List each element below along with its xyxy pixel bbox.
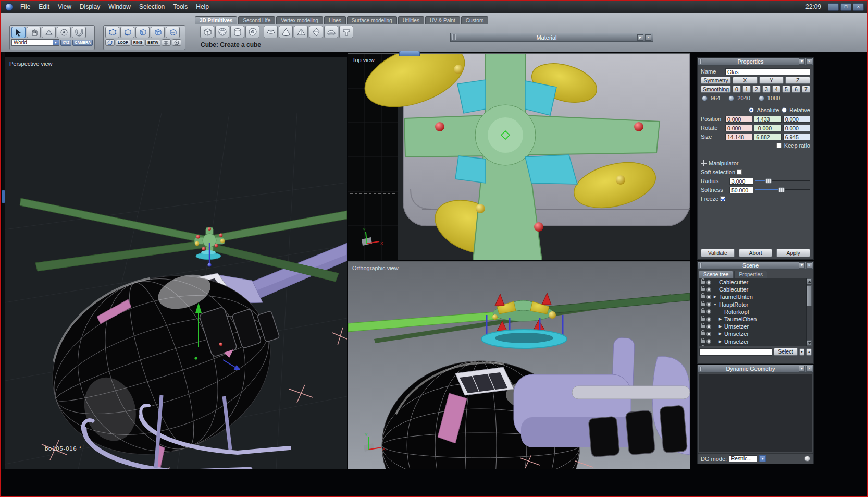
- soft-selection-checkbox[interactable]: [737, 169, 742, 175]
- visibility-icon[interactable]: [706, 339, 711, 344]
- symmetry-y-button[interactable]: Y: [759, 77, 784, 84]
- primitive-torus-button[interactable]: [245, 26, 259, 38]
- expander-icon[interactable]: ▶: [718, 340, 723, 344]
- vertex-mode-button[interactable]: [105, 27, 119, 38]
- primitive-disk-button[interactable]: [264, 26, 278, 38]
- scene-tree-item[interactable]: Cablecutter: [699, 278, 805, 286]
- name-field[interactable]: Glas: [725, 68, 810, 75]
- dg-status-lamp-icon[interactable]: [804, 456, 810, 462]
- viewport-perspective[interactable]: Y X Z Perspective view bo105-016 *: [5, 57, 347, 469]
- properties-collapse-button[interactable]: ▼: [799, 58, 805, 65]
- scene-tree-item[interactable]: ▶ Umsetzer: [699, 323, 805, 330]
- grow-selection-button[interactable]: [162, 39, 171, 46]
- smoothing-level-2[interactable]: 2: [752, 86, 761, 93]
- viewport-top[interactable]: X Y Top view: [348, 53, 690, 260]
- relative-radio[interactable]: [782, 107, 787, 113]
- softness-slider[interactable]: [755, 187, 810, 192]
- menu-help[interactable]: Help: [192, 3, 213, 10]
- material-window-titlebar[interactable]: Material ► ×: [450, 33, 653, 42]
- scene-tree-item[interactable]: ▶ TaumelOben: [699, 316, 805, 323]
- expander-icon[interactable]: ▼: [713, 302, 717, 306]
- left-edge-scrollbar[interactable]: [2, 190, 5, 203]
- lock-icon[interactable]: [701, 310, 705, 313]
- magnet-tool-button[interactable]: [72, 27, 86, 38]
- abort-button[interactable]: Abort: [739, 249, 773, 257]
- sphere-select-tool-button[interactable]: [57, 27, 71, 38]
- object-mode-button[interactable]: [151, 27, 165, 38]
- wedge-tool-button[interactable]: [42, 27, 56, 38]
- minimize-button[interactable]: –: [828, 3, 839, 11]
- viewport-orthographic[interactable]: Y X Orthographic view: [348, 261, 690, 469]
- smoothing-level-0[interactable]: 0: [733, 86, 741, 93]
- visibility-icon[interactable]: [706, 295, 711, 299]
- lock-icon[interactable]: [701, 318, 705, 321]
- lock-icon[interactable]: [701, 325, 705, 328]
- scroll-up-icon[interactable]: [807, 278, 812, 284]
- scrollbar-thumb[interactable]: [807, 285, 812, 306]
- xyz-button[interactable]: XYZ: [60, 40, 72, 46]
- rotate-y-field[interactable]: -0.000: [754, 125, 781, 131]
- dg-mode-dropdown[interactable]: Restric...: [729, 455, 757, 462]
- smoothing-button[interactable]: Smoothing: [701, 86, 731, 93]
- position-z-field[interactable]: 0.000: [783, 116, 810, 123]
- properties-close-button[interactable]: ×: [806, 58, 812, 65]
- lock-icon[interactable]: [701, 281, 705, 284]
- scroll-down-icon[interactable]: [807, 340, 812, 346]
- titlebar-grip-icon[interactable]: [699, 59, 702, 64]
- titlebar-grip-icon[interactable]: [699, 367, 702, 371]
- dg-mode-caret-icon[interactable]: ▼: [759, 455, 766, 462]
- select-down-button[interactable]: ▼: [799, 348, 805, 356]
- menu-display[interactable]: Display: [76, 3, 104, 10]
- expander-icon[interactable]: –: [718, 310, 723, 313]
- tab-surface-modeling[interactable]: Surface modeling: [347, 16, 397, 24]
- hand-tool-button[interactable]: [27, 27, 41, 38]
- group-mode-button[interactable]: [166, 27, 180, 38]
- scene-tree-item[interactable]: Cablecutter: [699, 286, 805, 293]
- primitive-box-button[interactable]: [200, 26, 214, 38]
- rotate-x-field[interactable]: 0.000: [725, 125, 752, 131]
- dynamic-geometry-collapse-button[interactable]: ▼: [799, 366, 805, 372]
- position-x-field[interactable]: 0.000: [725, 116, 752, 123]
- position-y-field[interactable]: 4.433: [754, 116, 781, 123]
- lock-icon[interactable]: [701, 332, 705, 335]
- lock-icon[interactable]: [701, 288, 705, 291]
- menu-file[interactable]: File: [16, 3, 34, 10]
- lock-icon[interactable]: [701, 295, 705, 298]
- radius-field[interactable]: 3.000: [729, 178, 753, 185]
- expander-icon[interactable]: ▶: [718, 332, 723, 336]
- scene-tree-item[interactable]: ▶ Umsetzer: [699, 338, 805, 345]
- scene-tree-item[interactable]: ▶ Umsetzer: [699, 330, 805, 337]
- select-button[interactable]: Select: [774, 348, 798, 356]
- smoothing-level-1[interactable]: 1: [742, 86, 751, 93]
- material-close-button[interactable]: ×: [645, 34, 651, 41]
- radius-slider[interactable]: [755, 178, 810, 184]
- face-mode-button[interactable]: [135, 27, 150, 38]
- tab-3d-primitives[interactable]: 3D Primitives: [195, 16, 237, 24]
- expander-icon[interactable]: ▶: [718, 317, 723, 321]
- ring-button[interactable]: RING: [131, 40, 145, 46]
- camera-button[interactable]: CAMERA: [72, 40, 93, 46]
- scene-titlebar[interactable]: Scene ▼ ×: [698, 262, 813, 270]
- primitive-diamond-button[interactable]: [309, 26, 323, 38]
- shrink-selection-button[interactable]: [172, 39, 181, 46]
- primitive-cone-button[interactable]: [279, 26, 293, 38]
- world-selector[interactable]: World ▼: [11, 39, 59, 46]
- collapsed-panel-tab[interactable]: [399, 51, 420, 56]
- visibility-icon[interactable]: [706, 302, 711, 307]
- dynamic-geometry-titlebar[interactable]: Dynamic Geometry ▼ ×: [698, 365, 813, 373]
- tab-utilities[interactable]: Utilities: [398, 16, 424, 24]
- validate-button[interactable]: Validate: [701, 249, 735, 257]
- menu-view[interactable]: View: [54, 3, 76, 10]
- size-y-field[interactable]: 6.882: [754, 134, 781, 140]
- select-all-button[interactable]: [105, 39, 115, 46]
- visibility-icon[interactable]: [706, 287, 711, 292]
- tab-second-life[interactable]: Second Life: [238, 16, 275, 24]
- smoothing-level-5[interactable]: 5: [782, 86, 790, 93]
- symmetry-z-button[interactable]: Z: [785, 77, 810, 84]
- freeze-checkbox[interactable]: [720, 196, 725, 201]
- absolute-radio[interactable]: [749, 107, 754, 113]
- primitive-tee-button[interactable]: [339, 26, 353, 38]
- size-z-field[interactable]: 6.945: [783, 134, 810, 140]
- visibility-icon[interactable]: [706, 280, 711, 285]
- menu-selection[interactable]: Selection: [135, 3, 169, 10]
